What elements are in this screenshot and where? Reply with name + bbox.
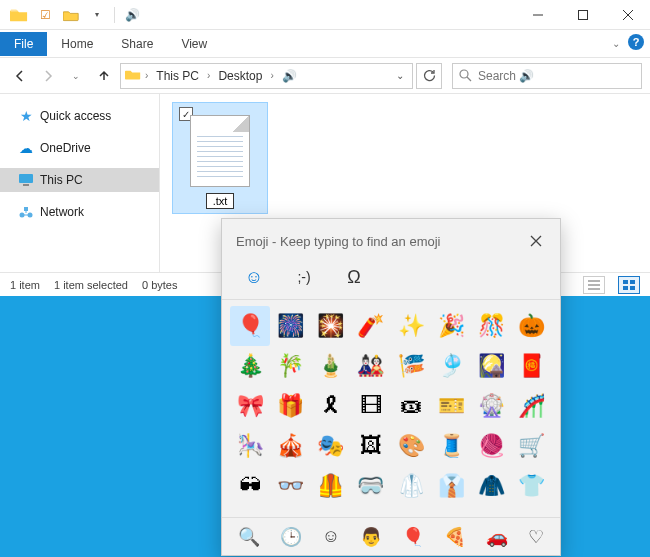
emoji-cell[interactable]: 🎀 <box>230 386 270 426</box>
maximize-button[interactable] <box>560 0 605 30</box>
star-icon: ★ <box>18 108 34 124</box>
folder-icon <box>125 67 141 84</box>
emoji-cell[interactable]: 🦺 <box>311 466 351 506</box>
emoji-cell[interactable]: 🎏 <box>391 346 431 386</box>
emoji-category[interactable]: 🍕 <box>444 526 466 548</box>
emoji-category[interactable]: 🚗 <box>486 526 508 548</box>
minimize-button[interactable] <box>515 0 560 30</box>
emoji-tab-emoji[interactable]: ☺ <box>240 263 268 291</box>
nav-up-button[interactable] <box>92 64 116 88</box>
sidebar-item-this-pc[interactable]: This PC <box>0 168 159 192</box>
emoji-category[interactable]: 🕒 <box>280 526 302 548</box>
emoji-category[interactable]: 🔍 <box>238 526 260 548</box>
svg-rect-12 <box>630 286 635 290</box>
emoji-cell[interactable]: 🎐 <box>431 346 471 386</box>
emoji-cell[interactable]: 👓 <box>270 466 310 506</box>
emoji-cell[interactable]: 🎨 <box>391 426 431 466</box>
emoji-picker: Emoji - Keep typing to find an emoji ☺ ;… <box>221 218 561 556</box>
chevron-right-icon[interactable]: › <box>268 70 275 81</box>
emoji-cell[interactable]: 🎊 <box>472 306 512 346</box>
emoji-category-bar: 🔍🕒☺👨🎈🍕🚗♡ <box>222 517 560 555</box>
emoji-cell[interactable]: 👔 <box>431 466 471 506</box>
emoji-cell[interactable]: 🧵 <box>431 426 471 466</box>
svg-text:?: ? <box>633 36 640 48</box>
emoji-tab-symbols[interactable]: Ω <box>340 263 368 291</box>
qat-new-folder-icon[interactable] <box>60 4 82 26</box>
tab-home[interactable]: Home <box>47 32 107 56</box>
emoji-cell[interactable]: 🎆 <box>270 306 310 346</box>
sidebar-item-onedrive[interactable]: ☁ OneDrive <box>0 136 159 160</box>
view-icons-button[interactable] <box>618 276 640 294</box>
emoji-cell[interactable]: 🎢 <box>512 386 552 426</box>
emoji-cell[interactable]: 🧥 <box>472 466 512 506</box>
emoji-category[interactable]: 👨 <box>360 526 382 548</box>
emoji-cell[interactable]: 🎁 <box>270 386 310 426</box>
file-item[interactable]: ✓ .txt <box>172 102 268 214</box>
sidebar-item-label: This PC <box>40 173 83 187</box>
qat-properties-icon[interactable]: ☑ <box>34 4 56 26</box>
emoji-cell[interactable]: ✨ <box>391 306 431 346</box>
emoji-cell[interactable]: 🎑 <box>472 346 512 386</box>
search-icon <box>459 69 472 82</box>
tab-view[interactable]: View <box>167 32 221 56</box>
chevron-right-icon[interactable]: › <box>143 70 150 81</box>
refresh-button[interactable] <box>416 63 442 89</box>
breadcrumb-segment[interactable]: 🔊 <box>278 67 301 85</box>
file-name-edit[interactable]: .txt <box>206 193 235 209</box>
emoji-cell[interactable]: 🎟 <box>391 386 431 426</box>
emoji-cell[interactable]: 🎈 <box>230 306 270 346</box>
help-icon[interactable]: ? <box>628 34 644 53</box>
emoji-category[interactable]: ♡ <box>528 526 544 548</box>
svg-rect-11 <box>623 286 628 290</box>
svg-rect-10 <box>630 280 635 284</box>
nav-recent-dropdown[interactable]: ⌄ <box>64 64 88 88</box>
emoji-cell[interactable]: 🥽 <box>351 466 391 506</box>
emoji-cell[interactable]: 🎡 <box>472 386 512 426</box>
emoji-cell[interactable]: 🎫 <box>431 386 471 426</box>
sidebar-item-quick-access[interactable]: ★ Quick access <box>0 104 159 128</box>
svg-point-3 <box>460 70 468 78</box>
emoji-cell[interactable]: 🎉 <box>431 306 471 346</box>
emoji-cell[interactable]: 🎠 <box>230 426 270 466</box>
status-selected-count: 1 item selected <box>54 279 128 291</box>
emoji-cell[interactable]: 🕶 <box>230 466 270 506</box>
emoji-cell[interactable]: 🎪 <box>270 426 310 466</box>
emoji-category[interactable]: 🎈 <box>402 526 424 548</box>
search-input[interactable]: Search 🔊 <box>452 63 642 89</box>
tab-share[interactable]: Share <box>107 32 167 56</box>
address-bar[interactable]: › This PC › Desktop › 🔊 ⌄ <box>120 63 413 89</box>
emoji-cell[interactable]: 🎗 <box>311 386 351 426</box>
emoji-cell[interactable]: 🎍 <box>311 346 351 386</box>
emoji-cell[interactable]: 🎭 <box>311 426 351 466</box>
emoji-cell[interactable]: 🛒 <box>512 426 552 466</box>
emoji-close-button[interactable] <box>524 229 548 253</box>
emoji-cell[interactable]: 🥼 <box>391 466 431 506</box>
file-menu[interactable]: File <box>0 32 47 56</box>
emoji-cell[interactable]: 🧶 <box>472 426 512 466</box>
emoji-cell[interactable]: 🎄 <box>230 346 270 386</box>
emoji-cell[interactable]: 👕 <box>512 466 552 506</box>
sidebar-item-network[interactable]: Network <box>0 200 159 224</box>
address-dropdown-icon[interactable]: ⌄ <box>392 70 408 81</box>
search-placeholder: Search 🔊 <box>478 69 534 83</box>
qat-dropdown-icon[interactable]: ▾ <box>86 4 108 26</box>
emoji-cell[interactable]: 🎋 <box>270 346 310 386</box>
emoji-cell[interactable]: 🧨 <box>351 306 391 346</box>
svg-rect-0 <box>578 10 587 19</box>
emoji-tab-kaomoji[interactable]: ;-) <box>290 263 318 291</box>
emoji-cell[interactable]: 🖼 <box>351 426 391 466</box>
emoji-cell[interactable]: 🧧 <box>512 346 552 386</box>
view-details-button[interactable] <box>583 276 605 294</box>
network-icon <box>18 204 34 220</box>
emoji-cell[interactable]: 🎃 <box>512 306 552 346</box>
emoji-cell[interactable]: 🎎 <box>351 346 391 386</box>
emoji-cell[interactable]: 🎇 <box>311 306 351 346</box>
nav-back-button[interactable] <box>8 64 32 88</box>
chevron-right-icon[interactable]: › <box>205 70 212 81</box>
close-button[interactable] <box>605 0 650 30</box>
breadcrumb-segment[interactable]: Desktop <box>214 67 266 85</box>
emoji-category[interactable]: ☺ <box>322 526 340 547</box>
breadcrumb-segment[interactable]: This PC <box>152 67 203 85</box>
ribbon-collapse-icon[interactable]: ⌄ <box>612 38 620 49</box>
emoji-cell[interactable]: 🎞 <box>351 386 391 426</box>
